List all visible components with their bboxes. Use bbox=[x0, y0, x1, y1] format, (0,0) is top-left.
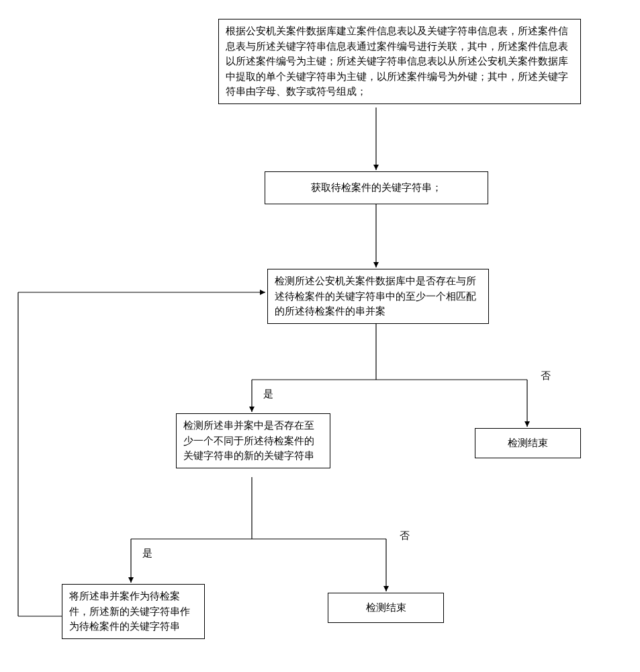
flow-step-4-text: 检测所述串并案中是否存在至少一个不同于所述待检案件的关键字符串的新的关键字符串 bbox=[183, 420, 314, 461]
flow-step-2: 获取待检案件的关键字符串； bbox=[265, 171, 488, 204]
flow-end-1-text: 检测结束 bbox=[508, 437, 548, 448]
flow-end-2: 检测结束 bbox=[328, 593, 444, 623]
flow-step-2-text: 获取待检案件的关键字符串； bbox=[311, 182, 442, 193]
flow-step-4: 检测所述串并案中是否存在至少一个不同于所述待检案件的关键字符串的新的关键字符串 bbox=[176, 413, 330, 468]
flow-step-3: 检测所述公安机关案件数据库中是否存在与所述待检案件的关键字符串中的至少一个相匹配… bbox=[267, 269, 489, 324]
flow-step-5-text: 将所述串并案作为待检案件，所述新的关键字符串作为待检案件的关键字符串 bbox=[69, 591, 190, 632]
flow-end-1: 检测结束 bbox=[475, 428, 581, 458]
flow-step-1-text: 根据公安机关案件数据库建立案件信息表以及关键字符串信息表，所述案件信息表与所述关… bbox=[226, 26, 568, 97]
branch-label-yes-1: 是 bbox=[263, 386, 273, 402]
flow-step-3-text: 检测所述公安机关案件数据库中是否存在与所述待检案件的关键字符串中的至少一个相匹配… bbox=[275, 276, 476, 317]
branch-label-no-2: 否 bbox=[400, 528, 410, 544]
flow-end-2-text: 检测结束 bbox=[366, 602, 406, 613]
flow-step-1: 根据公安机关案件数据库建立案件信息表以及关键字符串信息表，所述案件信息表与所述关… bbox=[218, 19, 581, 104]
flow-step-5: 将所述串并案作为待检案件，所述新的关键字符串作为待检案件的关键字符串 bbox=[62, 584, 205, 639]
branch-label-yes-2: 是 bbox=[142, 546, 152, 561]
branch-label-no-1: 否 bbox=[541, 368, 551, 384]
